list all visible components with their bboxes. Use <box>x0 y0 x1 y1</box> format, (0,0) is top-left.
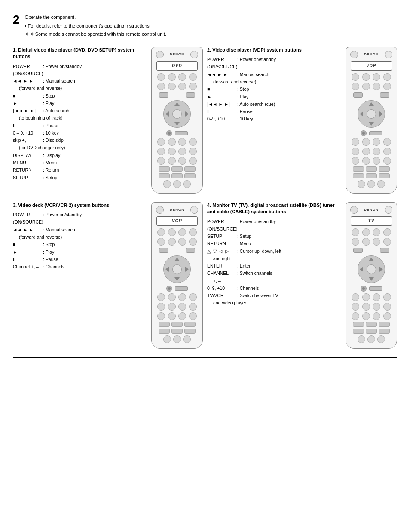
remote-tv-wide5[interactable] <box>366 329 377 334</box>
remote-dvd-wide1[interactable] <box>159 166 170 172</box>
remote-vcr-bot1[interactable] <box>163 335 171 343</box>
remote-tv-btn11[interactable] <box>373 293 380 301</box>
remote-vcr-btn6[interactable] <box>168 238 176 246</box>
remote-dvd-btn5[interactable] <box>157 83 165 90</box>
remote-tv-btn12[interactable] <box>383 293 391 301</box>
remote-dvd-wide6[interactable] <box>184 173 196 178</box>
remote-tv-bot3[interactable] <box>377 335 385 343</box>
remote-vcr-btn15[interactable] <box>178 303 186 311</box>
remote-tv-nav-ring[interactable] <box>358 255 385 283</box>
remote-vdp-btn2[interactable] <box>362 73 370 81</box>
remote-dvd-wide5[interactable] <box>171 173 183 178</box>
remote-dvd-bot1[interactable] <box>163 180 171 188</box>
remote-vcr-btn13[interactable] <box>157 303 165 311</box>
remote-vcr-wide3[interactable] <box>184 322 196 327</box>
remote-vcr-btn8[interactable] <box>189 238 197 246</box>
remote-dvd-btn8[interactable] <box>189 83 197 90</box>
remote-tv-btn3[interactable] <box>373 228 380 236</box>
remote-vcr-power[interactable] <box>156 206 164 214</box>
remote-vdp-btn18[interactable] <box>362 157 370 165</box>
remote-tv-btn9[interactable] <box>352 293 359 301</box>
remote-dvd-nav-up[interactable] <box>174 102 180 106</box>
remote-vdp-btn5[interactable] <box>352 83 359 90</box>
remote-tv-btn13[interactable] <box>352 303 359 311</box>
remote-tv-nav-down[interactable] <box>369 277 374 281</box>
remote-vdp-bot2[interactable] <box>367 180 375 188</box>
remote-tv-enter[interactable] <box>361 286 367 292</box>
remote-tv-btn16[interactable] <box>383 303 391 311</box>
remote-vcr-btn4[interactable] <box>189 228 197 236</box>
remote-vcr-nav-center[interactable] <box>172 264 182 274</box>
remote-tv-bar[interactable] <box>369 286 382 291</box>
remote-tv-btn15[interactable] <box>373 303 380 311</box>
remote-vdp-btn20[interactable] <box>383 157 391 165</box>
remote-vdp-btn7[interactable] <box>373 83 380 90</box>
remote-vcr-btn14[interactable] <box>168 303 176 311</box>
remote-vcr-wide2[interactable] <box>171 322 183 327</box>
remote-vdp-bar[interactable] <box>369 131 382 135</box>
remote-vdp-wide4[interactable] <box>353 173 364 178</box>
remote-tv-nav-left[interactable] <box>360 267 363 272</box>
remote-dvd-btn9[interactable] <box>157 138 165 146</box>
remote-vcr-wide5[interactable] <box>171 329 183 334</box>
remote-tv-btn6[interactable] <box>362 238 370 246</box>
remote-dvd-btn6[interactable] <box>168 83 176 90</box>
remote-tv-wide6[interactable] <box>379 329 390 334</box>
remote-tv-btn1[interactable] <box>352 228 359 236</box>
remote-vcr-nav-up[interactable] <box>174 258 180 261</box>
remote-tv-nav-center[interactable] <box>367 264 376 274</box>
remote-vcr-btn20[interactable] <box>189 312 197 320</box>
remote-dvd-bot2[interactable] <box>173 180 181 188</box>
remote-tv-wide4[interactable] <box>353 329 364 334</box>
remote-vcr-btn2[interactable] <box>168 228 176 236</box>
remote-vcr-btn12[interactable] <box>189 293 197 301</box>
remote-tv-btn18[interactable] <box>362 312 370 320</box>
remote-vcr-btn19[interactable] <box>178 312 186 320</box>
remote-vdp-btn17[interactable] <box>352 157 359 165</box>
remote-dvd-btn7[interactable] <box>178 83 186 90</box>
remote-vdp-btn3[interactable] <box>373 73 380 81</box>
remote-vdp-wide2[interactable] <box>366 166 377 172</box>
remote-tv-wide1[interactable] <box>353 322 364 327</box>
remote-vcr-wide6[interactable] <box>184 329 196 334</box>
remote-vdp-nav-left[interactable] <box>360 111 363 117</box>
remote-vcr-nav-right[interactable] <box>185 267 189 272</box>
remote-vdp-btn11[interactable] <box>373 138 380 146</box>
remote-tv-btn5[interactable] <box>352 238 359 246</box>
remote-dvd-btn4[interactable] <box>189 73 197 81</box>
remote-dvd-btn1[interactable] <box>157 73 165 81</box>
remote-vdp-bot3[interactable] <box>377 180 385 188</box>
remote-vcr-btn9[interactable] <box>157 293 165 301</box>
remote-dvd-nav-right[interactable] <box>185 111 189 117</box>
remote-vcr-btn16[interactable] <box>189 303 197 311</box>
remote-vcr-wide1[interactable] <box>159 322 170 327</box>
remote-vcr-bar[interactable] <box>175 286 188 291</box>
remote-vcr-btn3[interactable] <box>178 228 186 236</box>
remote-vcr-fwd[interactable] <box>186 248 195 253</box>
remote-dvd-btn20[interactable] <box>189 157 197 165</box>
remote-dvd-nav-down[interactable] <box>174 122 180 126</box>
remote-vcr-nav-down[interactable] <box>174 277 180 281</box>
remote-vdp-btn19[interactable] <box>373 157 380 165</box>
remote-dvd-enter[interactable] <box>166 130 172 136</box>
remote-dvd-fwd[interactable] <box>186 92 195 98</box>
remote-tv-nav-right[interactable] <box>379 267 383 272</box>
remote-dvd-btn11[interactable] <box>178 138 186 146</box>
remote-vdp-btn8[interactable] <box>383 83 391 90</box>
remote-vdp-wide5[interactable] <box>366 173 377 178</box>
remote-vdp-nav-down[interactable] <box>369 122 374 126</box>
remote-vcr-wide4[interactable] <box>159 329 170 334</box>
remote-vdp-btn14[interactable] <box>362 148 370 155</box>
remote-vdp-btn9[interactable] <box>352 138 359 146</box>
remote-dvd-btn14[interactable] <box>168 148 176 155</box>
remote-dvd-btn16[interactable] <box>189 148 197 155</box>
remote-vcr-btn17[interactable] <box>157 312 165 320</box>
remote-vcr-enter[interactable] <box>166 286 172 292</box>
remote-dvd-wide2[interactable] <box>171 166 183 172</box>
remote-vdp-btn15[interactable] <box>373 148 380 155</box>
remote-tv-nav-up[interactable] <box>369 258 374 261</box>
remote-vdp-wide1[interactable] <box>353 166 364 172</box>
remote-tv-bot2[interactable] <box>367 335 375 343</box>
remote-dvd-btn19[interactable] <box>178 157 186 165</box>
remote-dvd-btn12[interactable] <box>189 138 197 146</box>
